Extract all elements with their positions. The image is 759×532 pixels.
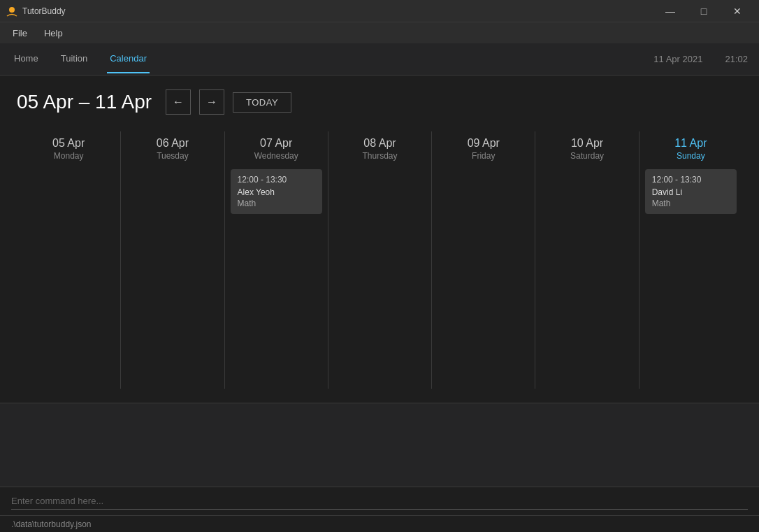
day-name-1: Tuesday <box>127 151 218 161</box>
day-column-0: 05 AprMonday <box>17 131 120 389</box>
event-subject-6-0: Math <box>652 199 730 208</box>
day-column-4: 09 AprFriday <box>431 131 535 389</box>
status-path: .\data\tutorbuddy.json <box>11 519 92 529</box>
day-header-4: 09 AprFriday <box>438 137 529 161</box>
calendar-header: 05 Apr – 11 Apr ← → TODAY <box>17 89 742 115</box>
menubar: File Help <box>0 22 759 43</box>
nav-time: 21:02 <box>725 54 748 64</box>
day-date-2: 07 Apr <box>231 137 322 150</box>
bottom-panel <box>0 403 759 487</box>
event-name-2-0: Alex Yeoh <box>238 187 315 197</box>
day-column-1: 06 AprTuesday <box>120 131 224 389</box>
titlebar-left: TutorBuddy <box>6 5 66 17</box>
app-title: TutorBuddy <box>22 6 66 16</box>
week-range: 05 Apr – 11 Apr <box>17 91 152 113</box>
statusbar: .\data\tutorbuddy.json <box>0 515 759 532</box>
nav-calendar[interactable]: Calendar <box>107 45 150 73</box>
menu-file[interactable]: File <box>6 25 34 41</box>
day-name-5: Saturday <box>541 151 632 161</box>
day-header-3: 08 AprThursday <box>334 137 426 161</box>
command-input[interactable] <box>11 493 748 510</box>
menu-help[interactable]: Help <box>37 25 70 41</box>
close-button[interactable]: ✕ <box>721 0 753 22</box>
day-column-2: 07 AprWednesday12:00 - 13:30Alex YeohMat… <box>224 131 328 389</box>
day-header-1: 06 AprTuesday <box>127 137 218 161</box>
event-time-6-0: 12:00 - 13:30 <box>652 175 730 185</box>
navbar-right: 11 Apr 2021 21:02 <box>653 54 748 64</box>
day-date-6: 11 Apr <box>645 137 737 150</box>
day-name-2: Wednesday <box>231 151 322 161</box>
day-name-0: Monday <box>22 151 115 161</box>
day-column-5: 10 AprSaturday <box>535 131 638 389</box>
day-header-5: 10 AprSaturday <box>541 137 632 161</box>
titlebar-controls: — □ ✕ <box>654 0 753 22</box>
day-column-6: 11 AprSunday12:00 - 13:30David LiMath <box>639 131 742 389</box>
nav-home[interactable]: Home <box>11 45 41 73</box>
minimize-button[interactable]: — <box>654 0 686 22</box>
nav-tuition[interactable]: Tuition <box>58 45 91 73</box>
event-card-6-0[interactable]: 12:00 - 13:30David LiMath <box>645 169 737 214</box>
day-date-1: 06 Apr <box>127 137 218 150</box>
day-name-4: Friday <box>438 151 529 161</box>
prev-week-button[interactable]: ← <box>166 89 191 115</box>
titlebar: TutorBuddy — □ ✕ <box>0 0 759 22</box>
day-header-2: 07 AprWednesday <box>231 137 322 161</box>
event-name-6-0: David Li <box>652 187 730 197</box>
maximize-button[interactable]: □ <box>688 0 720 22</box>
event-time-2-0: 12:00 - 13:30 <box>238 175 315 185</box>
day-header-0: 05 AprMonday <box>22 137 115 161</box>
event-card-2-0[interactable]: 12:00 - 13:30Alex YeohMath <box>231 169 322 214</box>
day-name-3: Thursday <box>334 151 426 161</box>
day-header-6: 11 AprSunday <box>645 137 737 161</box>
day-column-3: 08 AprThursday <box>328 131 431 389</box>
day-date-5: 10 Apr <box>541 137 632 150</box>
event-subject-2-0: Math <box>238 199 315 208</box>
today-button[interactable]: TODAY <box>233 92 291 113</box>
app-icon <box>6 5 18 17</box>
svg-point-0 <box>9 7 15 13</box>
day-date-3: 08 Apr <box>334 137 426 150</box>
day-date-0: 05 Apr <box>22 137 115 150</box>
next-week-button[interactable]: → <box>199 89 224 115</box>
calendar-grid: 05 AprMonday06 AprTuesday07 AprWednesday… <box>17 131 742 389</box>
nav-date: 11 Apr 2021 <box>653 54 702 64</box>
day-date-4: 09 Apr <box>438 137 529 150</box>
navbar: Home Tuition Calendar 11 Apr 2021 21:02 <box>0 43 759 76</box>
day-name-6: Sunday <box>645 151 737 161</box>
command-bar <box>0 487 759 515</box>
main-content: 05 Apr – 11 Apr ← → TODAY 05 AprMonday06… <box>0 76 759 403</box>
